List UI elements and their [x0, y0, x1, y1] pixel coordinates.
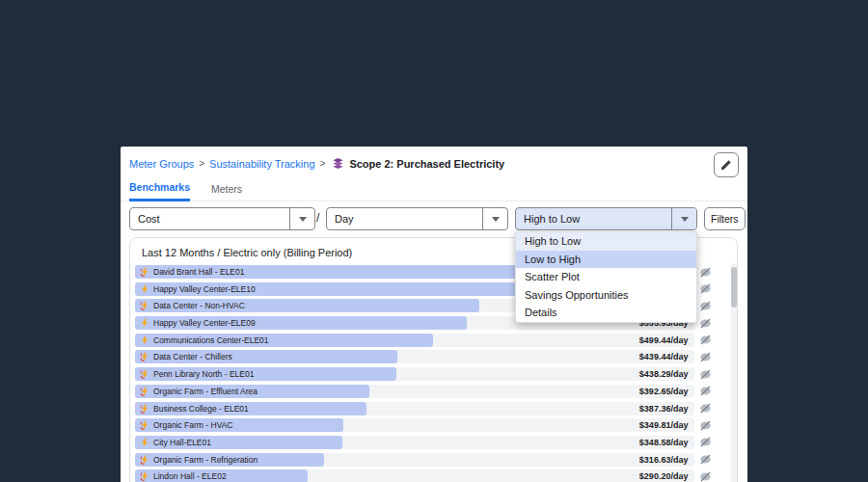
meter-label: Organic Farm - Effluent Area: [153, 387, 258, 396]
bar: Lindon Hall - ELE02: [135, 469, 308, 482]
eye-slash-icon[interactable]: [698, 367, 712, 381]
eye-slash-icon[interactable]: [698, 316, 712, 330]
meter-value: $290.20/day: [639, 469, 689, 482]
meter-label: Organic Farm - Refrigeration: [153, 455, 258, 465]
eye-slash-icon[interactable]: [698, 469, 712, 482]
bar: Happy Valley Center-ELE10: [135, 282, 538, 296]
breadcrumb-separator: >: [320, 158, 326, 169]
breadcrumb-link-meter-groups[interactable]: Meter Groups: [129, 158, 194, 170]
meter-value: $439.44/day: [639, 350, 689, 363]
period-select-value: Day: [327, 213, 482, 225]
filters-button[interactable]: Filters: [704, 207, 746, 230]
bar-track: Penn Library North - ELE01 $438.29/day: [135, 367, 694, 381]
eye-slash-icon[interactable]: [698, 350, 712, 363]
chart-row[interactable]: Lindon Hall - ELE02 $290.20/day: [135, 469, 712, 482]
bar-track: Communications Center-ELE01 $499.44/day: [135, 334, 694, 347]
eye-slash-icon[interactable]: [698, 436, 712, 449]
eye-slash-icon[interactable]: [698, 418, 712, 432]
menu-item-scatter-plot[interactable]: Scatter Plot: [516, 268, 696, 286]
chart-row[interactable]: City Hall-ELE01 $348.58/day: [135, 436, 712, 449]
bar-track: Organic Farm - Effluent Area $392.65/day: [135, 385, 694, 398]
meter-value: $392.65/day: [639, 385, 689, 398]
meter-label: Lindon Hall - ELE02: [153, 471, 227, 481]
period-select[interactable]: Day: [326, 207, 508, 230]
bar-track: Organic Farm - Refrigeration $316.63/day: [135, 453, 694, 467]
meter-label: Communications Center-ELE01: [153, 335, 269, 345]
lightning-bolt-icon: [140, 335, 149, 345]
meter-label: Penn Library North - ELE01: [153, 369, 254, 379]
menu-item-high-to-low[interactable]: High to Low: [516, 232, 696, 251]
meter-value: $348.58/day: [639, 436, 689, 449]
app-window: Meter Groups > Sustainability Tracking >…: [121, 147, 747, 482]
meter-label: David Brant Hall - ELE01: [153, 267, 245, 277]
eye-slash-icon[interactable]: [698, 265, 712, 279]
lightning-bolt-red-icon: [140, 420, 149, 430]
lightning-bolt-red-icon: [140, 404, 149, 414]
lightning-bolt-red-icon: [140, 369, 149, 379]
pencil-icon: [719, 158, 733, 172]
meter-label: Business College - ELE01: [153, 404, 249, 414]
chart-row[interactable]: Business College - ELE01 $387.36/day: [135, 402, 712, 415]
chart-row[interactable]: Organic Farm - Effluent Area $392.65/day: [135, 385, 712, 398]
eye-slash-icon[interactable]: [698, 385, 712, 398]
edit-button[interactable]: [714, 152, 739, 177]
bar: Happy Valley Center-ELE09: [135, 316, 467, 330]
chart-row[interactable]: Organic Farm - Refrigeration $316.63/day: [135, 453, 712, 467]
chart-row[interactable]: Data Center - Chillers $439.44/day: [135, 350, 712, 363]
meter-value: $316.63/day: [639, 453, 689, 467]
lightning-bolt-icon: [140, 284, 149, 294]
menu-item-savings-opportunities[interactable]: Savings Opportunities: [516, 286, 696, 305]
chevron-down-icon: [671, 208, 696, 229]
meter-value: $499.44/day: [639, 334, 689, 347]
menu-item-low-to-high[interactable]: Low to High: [516, 251, 696, 269]
bar: Organic Farm - HVAC: [135, 418, 343, 432]
sort-dropdown-menu: High to LowLow to HighScatter PlotSaving…: [515, 231, 697, 323]
eye-slash-icon[interactable]: [698, 453, 712, 467]
sort-select[interactable]: High to Low: [515, 207, 697, 230]
lightning-bolt-icon: [140, 318, 149, 328]
scrollbar-thumb[interactable]: [731, 267, 737, 308]
bar-track: City Hall-ELE01 $348.58/day: [135, 436, 694, 449]
meter-label: Happy Valley Center-ELE09: [153, 318, 256, 328]
chart-row[interactable]: Communications Center-ELE01 $499.44/day: [135, 334, 712, 347]
lightning-bolt-red-icon: [140, 267, 149, 277]
lightning-bolt-red-icon: [140, 455, 149, 465]
meter-label: Data Center - Non-HVAC: [153, 301, 245, 310]
tab-bar: Benchmarks Meters: [121, 179, 747, 201]
meter-value: $438.29/day: [639, 367, 689, 381]
breadcrumb: Meter Groups > Sustainability Tracking >…: [129, 157, 504, 170]
eye-slash-icon[interactable]: [698, 334, 712, 347]
scrollbar-track: [731, 263, 737, 482]
eye-slash-icon[interactable]: [698, 282, 712, 296]
chart-row[interactable]: Organic Farm - HVAC $349.81/day: [135, 418, 712, 432]
chart-row[interactable]: Penn Library North - ELE01 $438.29/day: [135, 367, 712, 381]
breadcrumb-separator: >: [199, 158, 204, 169]
tab-meters[interactable]: Meters: [211, 183, 242, 201]
bar-track: Lindon Hall - ELE02 $290.20/day: [135, 469, 694, 482]
tab-benchmarks[interactable]: Benchmarks: [129, 181, 190, 201]
lightning-bolt-red-icon: [140, 387, 149, 396]
meter-label: Data Center - Chillers: [153, 352, 232, 362]
chevron-down-icon: [482, 208, 507, 229]
bar: Penn Library North - ELE01: [135, 367, 396, 381]
metric-select[interactable]: Cost: [129, 207, 315, 230]
bar-track: Data Center - Chillers $439.44/day: [135, 350, 694, 363]
lightning-bolt-red-icon: [140, 301, 149, 310]
bar-track: Organic Farm - HVAC $349.81/day: [135, 418, 694, 432]
meter-label: City Hall-ELE01: [153, 438, 211, 447]
breadcrumb-link-sustainability-tracking[interactable]: Sustainability Tracking: [209, 158, 314, 170]
metric-select-value: Cost: [130, 213, 289, 225]
eye-slash-icon[interactable]: [698, 299, 712, 312]
metric-period-separator: /: [316, 211, 319, 225]
eye-slash-icon[interactable]: [698, 402, 712, 415]
meter-label: Happy Valley Center-ELE10: [153, 284, 256, 294]
sort-select-value: High to Low: [516, 213, 671, 225]
meter-label: Organic Farm - HVAC: [153, 420, 233, 430]
lightning-bolt-red-icon: [140, 471, 149, 481]
lightning-bolt-red-icon: [140, 352, 149, 362]
bar: Business College - ELE01: [135, 402, 366, 415]
bar: Organic Farm - Effluent Area: [135, 385, 369, 398]
bar: Data Center - Chillers: [135, 350, 397, 363]
menu-item-details[interactable]: Details: [516, 304, 696, 322]
bar: Organic Farm - Refrigeration: [135, 453, 324, 467]
